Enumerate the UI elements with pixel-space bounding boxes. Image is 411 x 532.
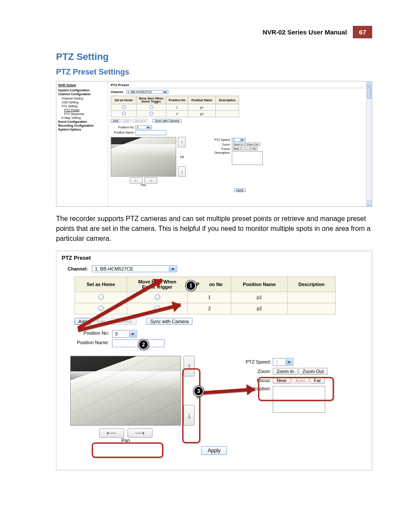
body-paragraph: The recorder supports PTZ cameras and ca… [56, 214, 372, 244]
radio-event[interactable] [149, 112, 153, 115]
channel-select[interactable]: 1. BB-HCM527CE [126, 90, 168, 94]
add-button[interactable]: Add [111, 119, 120, 123]
apply-button[interactable]: Apply [201, 446, 227, 455]
pos-no-select[interactable]: 3 [135, 125, 152, 129]
nav-item[interactable]: Channel Configuration [58, 92, 106, 96]
cell-pos-no: 2 [188, 303, 231, 314]
zoom-out-button[interactable]: Zoom Out [245, 143, 260, 146]
focus-auto-button[interactable]: Auto [241, 147, 250, 150]
cell-pos-name: p2 [188, 111, 216, 117]
manual-title: NVR-02 Series User Manual [262, 28, 347, 36]
table-row[interactable]: 2 p2 [111, 111, 239, 117]
screenshot-full-ui: NVR Setup System Configuration Channel C… [56, 81, 372, 207]
nav-sidebar: NVR Setup System Configuration Channel C… [56, 81, 108, 206]
ptz-speed-select[interactable]: 1 [273, 358, 293, 366]
col-desc: Description [288, 277, 336, 292]
nav-item[interactable]: OSD Setting [58, 100, 106, 104]
ptz-speed-select[interactable]: 1 [232, 138, 246, 142]
arrow-left-icon: ⟵ [106, 429, 116, 437]
remove-button[interactable]: Remove [132, 119, 148, 123]
tilt-label: Tilt [180, 156, 184, 159]
page-number: 67 [353, 26, 372, 38]
ptz-speed-label: PTZ Speed: [239, 359, 271, 364]
arrow-right-icon: → [148, 178, 153, 183]
pan-label: Pan [121, 438, 130, 443]
radio-home[interactable] [122, 105, 126, 109]
pos-name-input[interactable] [135, 130, 166, 135]
nav-item[interactable]: PTZ Sequence [58, 112, 106, 116]
arrow-up-icon: ↑ [181, 140, 183, 145]
scrollbar[interactable] [366, 81, 372, 206]
description-input[interactable] [232, 151, 263, 165]
col-pos-name: Position Name [231, 277, 288, 292]
col-pos-name: Position Name [188, 96, 216, 104]
pos-no-select[interactable]: 3 [112, 330, 137, 338]
pan-right-button[interactable]: → [144, 177, 157, 184]
col-desc: Description [216, 96, 239, 104]
nav-item[interactable]: System Configuration [58, 88, 106, 92]
panel-title: PTZ Preset [62, 255, 367, 261]
subsection-heading: PTZ Preset Settings [56, 68, 372, 77]
arrow-right-icon: ⟶ [135, 429, 145, 437]
pan-label: Pan [111, 184, 176, 187]
zoom-label: Zoom: [239, 369, 271, 374]
pan-left-button[interactable]: ⟵ [99, 428, 124, 438]
col-set-home: Set as Home [111, 96, 137, 104]
callout-3: 3 [193, 386, 204, 396]
radio-event[interactable] [149, 105, 153, 109]
col-set-home: Set as Home [75, 277, 127, 292]
radio-event[interactable] [155, 294, 160, 300]
apply-button[interactable]: Apply [234, 188, 246, 192]
screenshot-annotated: PTZ Preset Channel: 1. BB-HCM527CE Set a… [56, 251, 372, 470]
zoom-out-button[interactable]: Zoom Out [299, 368, 327, 375]
channel-label: Channel: [68, 266, 88, 271]
annotation-box-tilt [182, 368, 200, 443]
channel-label: Channel: [111, 90, 124, 93]
nav-item-active[interactable]: PTZ Preset [58, 108, 106, 112]
cell-pos-name: p1 [188, 104, 216, 111]
tilt-up-button[interactable]: ↑ [178, 137, 186, 147]
cell-pos-no: 2 [166, 111, 188, 117]
cell-pos-name: p2 [231, 303, 288, 314]
focus-far-button[interactable]: Far [250, 147, 258, 150]
nav-item[interactable]: PTZ Setting [58, 104, 106, 108]
nav-item[interactable]: Recording Configuration [58, 124, 106, 128]
preset-table: Set as Home Move Here When Event Trigger… [111, 96, 239, 117]
tilt-down-button[interactable]: ↓ [178, 166, 186, 177]
zoom-in-button[interactable]: Zoom In [232, 143, 245, 146]
nav-item[interactable]: Channel Setting [58, 96, 106, 100]
panel-content: PTZ Preset Channel: 1. BB-HCM527CE Set a… [108, 81, 372, 206]
edit-button[interactable]: Edit [121, 119, 131, 123]
pos-name-label: Position Name: [70, 340, 109, 345]
sync-button[interactable]: Sync with Camera [146, 318, 193, 325]
nav-item[interactable]: Event Configuration [58, 120, 106, 124]
arrow-down-icon: ↓ [181, 169, 183, 174]
zoom-in-button[interactable]: Zoom In [273, 368, 298, 375]
zoom-label: Zoom: [210, 143, 230, 146]
panel-title: PTZ Preset [111, 83, 369, 88]
callout-1: 1 [186, 280, 196, 291]
page-header: NVR-02 Series User Manual 67 [56, 26, 372, 38]
sync-button[interactable]: Sync with Camera [153, 119, 181, 123]
pan-right-button[interactable]: ⟶ [128, 428, 153, 438]
cell-pos-no: 1 [188, 292, 231, 303]
nav-item[interactable]: System Options [58, 128, 106, 131]
table-row[interactable]: 1 p1 [75, 292, 336, 303]
channel-select[interactable]: 1. BB-HCM527CE [92, 265, 177, 272]
pos-name-label: Position Name: [111, 131, 134, 134]
pos-no-label: Position No: [111, 126, 134, 129]
radio-home[interactable] [122, 112, 126, 115]
nav-title: NVR Setup [58, 83, 106, 87]
ptz-speed-label: PTZ Speed: [210, 138, 230, 141]
focus-near-button[interactable]: Near [232, 147, 241, 150]
scrollbar-thumb[interactable] [367, 87, 371, 99]
radio-home[interactable] [98, 294, 104, 300]
table-row[interactable]: 1 p1 [111, 104, 239, 111]
pan-left-button[interactable]: ← [130, 177, 143, 184]
description-label: Description: [210, 151, 230, 154]
radio-home[interactable] [98, 305, 104, 311]
focus-label: Focus: [210, 147, 230, 150]
nav-item[interactable]: E-Map Setting [58, 116, 106, 120]
arrow-left-icon: ← [134, 178, 139, 183]
cell-pos-no: 1 [166, 104, 188, 111]
